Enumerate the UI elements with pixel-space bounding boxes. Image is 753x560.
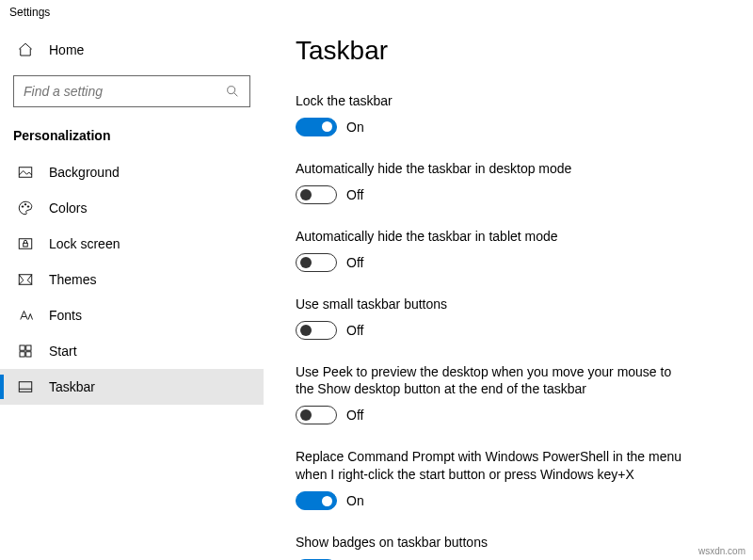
setting-row: Automatically hide the taskbar in deskto… (296, 160, 730, 207)
toggle-switch[interactable]: On (296, 491, 364, 510)
svg-point-3 (22, 206, 24, 208)
sidebar-item-colors[interactable]: Colors (0, 190, 264, 226)
toggle-thumb (322, 496, 332, 506)
page-title: Taskbar (296, 36, 730, 66)
toggle-thumb (300, 257, 312, 268)
sidebar-home[interactable]: Home (0, 32, 264, 68)
sidebar-item-label: Lock screen (49, 236, 120, 251)
toggle-switch[interactable]: Off (296, 321, 363, 340)
toggle-track (296, 406, 337, 424)
sidebar-category: Personalization (0, 120, 264, 154)
sidebar-item-label: Fonts (49, 308, 82, 323)
setting-label: Replace Command Prompt with Windows Powe… (296, 448, 691, 484)
toggle-thumb (322, 121, 332, 132)
picture-icon (17, 164, 34, 181)
toggle-state-label: Off (346, 255, 363, 270)
svg-rect-10 (26, 345, 31, 350)
sidebar-item-label: Taskbar (49, 379, 95, 394)
themes-icon (17, 271, 34, 288)
sidebar-item-label: Themes (49, 272, 97, 287)
sidebar-item-label: Background (49, 165, 120, 180)
toggle-thumb (300, 325, 312, 336)
sidebar-item-label: Start (49, 344, 77, 359)
setting-label: Lock the taskbar (296, 92, 691, 110)
palette-icon (17, 200, 34, 216)
sidebar-item-background[interactable]: Background (0, 154, 264, 190)
main-content: Taskbar Lock the taskbarOnAutomatically … (264, 23, 753, 560)
start-icon (17, 343, 34, 360)
toggle-thumb (300, 409, 312, 421)
svg-rect-2 (19, 168, 32, 178)
svg-line-1 (234, 93, 237, 96)
toggle-switch[interactable]: Off (296, 185, 363, 204)
svg-rect-12 (26, 352, 31, 357)
toggle-track (296, 321, 337, 340)
svg-point-0 (228, 87, 235, 94)
sidebar-item-start[interactable]: Start (0, 333, 264, 369)
search-input[interactable] (24, 84, 225, 99)
setting-label: Automatically hide the taskbar in tablet… (296, 228, 691, 246)
toggle-state-label: Off (346, 408, 363, 423)
sidebar-item-themes[interactable]: Themes (0, 262, 264, 297)
toggle-track (296, 253, 337, 272)
search-box[interactable] (13, 75, 250, 107)
svg-rect-9 (20, 345, 24, 350)
toggle-switch[interactable]: On (296, 118, 364, 136)
search-icon (225, 84, 240, 99)
setting-label: Use small taskbar buttons (296, 296, 691, 313)
sidebar-home-label: Home (49, 42, 84, 57)
lock-screen-icon (17, 235, 34, 252)
svg-rect-11 (20, 352, 24, 357)
toggle-switch[interactable]: Off (296, 406, 363, 424)
setting-label: Show badges on taskbar buttons (296, 534, 691, 552)
setting-row: Use Peek to preview the desktop when you… (296, 363, 730, 428)
setting-row: Lock the taskbarOn (296, 92, 730, 139)
fonts-icon (17, 307, 34, 324)
sidebar-item-fonts[interactable]: Fonts (0, 297, 264, 333)
toggle-track (296, 118, 337, 136)
setting-row: Automatically hide the taskbar in tablet… (296, 228, 730, 275)
sidebar: Home Personalization Background Colors (0, 23, 264, 560)
setting-row: Use small taskbar buttonsOff (296, 296, 730, 343)
home-icon (17, 41, 34, 58)
toggle-track (296, 491, 337, 510)
setting-row: Show badges on taskbar buttonsOn (296, 534, 730, 560)
toggle-track (296, 185, 337, 204)
setting-label: Use Peek to preview the desktop when you… (296, 363, 691, 399)
taskbar-icon (17, 378, 34, 395)
toggle-state-label: Off (346, 323, 363, 338)
svg-point-4 (24, 204, 26, 206)
setting-label: Automatically hide the taskbar in deskto… (296, 160, 691, 178)
toggle-state-label: On (346, 120, 364, 135)
watermark: wsxdn.com (698, 546, 745, 556)
window-title: Settings (0, 0, 753, 23)
toggle-state-label: On (346, 493, 364, 508)
toggle-switch[interactable]: Off (296, 253, 363, 272)
sidebar-item-lock-screen[interactable]: Lock screen (0, 226, 264, 262)
svg-rect-7 (24, 243, 28, 247)
sidebar-item-taskbar[interactable]: Taskbar (0, 369, 264, 405)
toggle-thumb (300, 189, 312, 200)
setting-row: Replace Command Prompt with Windows Powe… (296, 448, 730, 513)
sidebar-item-label: Colors (49, 200, 87, 216)
toggle-state-label: Off (346, 187, 363, 202)
svg-point-5 (27, 206, 29, 208)
svg-rect-13 (19, 382, 32, 392)
